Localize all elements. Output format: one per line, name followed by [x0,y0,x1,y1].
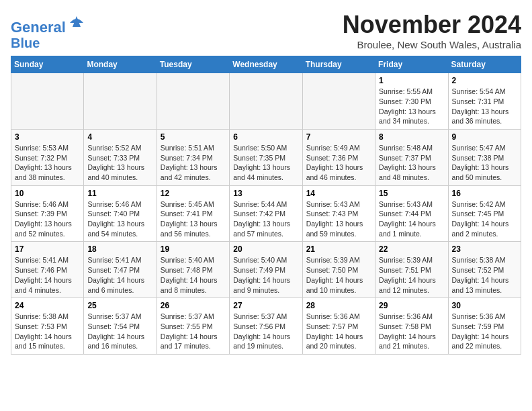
calendar-cell: 17Sunrise: 5:41 AM Sunset: 7:46 PM Dayli… [11,242,84,298]
day-number: 22 [379,244,444,254]
day-header-sunday: Sunday [11,56,84,73]
day-detail: Sunrise: 5:39 AM Sunset: 7:50 PM Dayligh… [306,255,371,295]
calendar-cell: 3Sunrise: 5:53 AM Sunset: 7:32 PM Daylig… [11,129,84,185]
day-number: 13 [233,189,298,198]
day-detail: Sunrise: 5:48 AM Sunset: 7:37 PM Dayligh… [379,143,444,183]
day-detail: Sunrise: 5:49 AM Sunset: 7:36 PM Dayligh… [306,143,371,183]
day-header-tuesday: Tuesday [157,56,229,73]
page-header: General Blue November 2024 Broulee, New … [11,11,521,50]
calendar-cell: 2Sunrise: 5:54 AM Sunset: 7:31 PM Daylig… [448,73,521,130]
day-detail: Sunrise: 5:50 AM Sunset: 7:35 PM Dayligh… [233,143,298,183]
logo-blue-text: Blue [11,36,86,50]
day-detail: Sunrise: 5:47 AM Sunset: 7:38 PM Dayligh… [452,143,517,183]
day-detail: Sunrise: 5:54 AM Sunset: 7:31 PM Dayligh… [452,87,517,126]
day-detail: Sunrise: 5:37 AM Sunset: 7:56 PM Dayligh… [233,312,298,351]
day-detail: Sunrise: 5:36 AM Sunset: 7:57 PM Dayligh… [306,312,371,351]
logo-text: General [11,13,86,36]
day-detail: Sunrise: 5:53 AM Sunset: 7:32 PM Dayligh… [15,143,80,183]
calendar-cell: 10Sunrise: 5:46 AM Sunset: 7:39 PM Dayli… [11,185,84,242]
day-detail: Sunrise: 5:42 AM Sunset: 7:45 PM Dayligh… [452,199,517,239]
calendar-week-1: 1Sunrise: 5:55 AM Sunset: 7:30 PM Daylig… [11,73,521,130]
day-detail: Sunrise: 5:40 AM Sunset: 7:49 PM Dayligh… [233,255,298,295]
calendar-cell: 6Sunrise: 5:50 AM Sunset: 7:35 PM Daylig… [230,129,302,185]
day-detail: Sunrise: 5:38 AM Sunset: 7:53 PM Dayligh… [15,312,80,351]
day-detail: Sunrise: 5:55 AM Sunset: 7:30 PM Dayligh… [379,87,444,126]
day-number: 18 [87,244,152,254]
calendar-cell: 12Sunrise: 5:45 AM Sunset: 7:41 PM Dayli… [157,185,229,242]
day-number: 4 [87,132,152,142]
day-detail: Sunrise: 5:37 AM Sunset: 7:55 PM Dayligh… [161,312,226,351]
location-text: Broulee, New South Wales, Australia [343,39,521,50]
day-number: 1 [379,76,444,85]
day-header-friday: Friday [375,56,448,73]
day-number: 26 [161,301,226,310]
calendar-cell: 8Sunrise: 5:48 AM Sunset: 7:37 PM Daylig… [375,129,448,185]
calendar-cell: 26Sunrise: 5:37 AM Sunset: 7:55 PM Dayli… [157,298,229,355]
calendar-cell [11,73,84,130]
day-number: 12 [161,189,226,198]
day-detail: Sunrise: 5:41 AM Sunset: 7:47 PM Dayligh… [87,255,152,295]
day-detail: Sunrise: 5:44 AM Sunset: 7:42 PM Dayligh… [233,199,298,239]
day-number: 27 [233,301,298,310]
calendar-cell [157,73,229,130]
calendar-cell [230,73,302,130]
calendar-cell: 30Sunrise: 5:36 AM Sunset: 7:59 PM Dayli… [448,298,521,355]
calendar-cell: 18Sunrise: 5:41 AM Sunset: 7:47 PM Dayli… [84,242,157,298]
day-detail: Sunrise: 5:38 AM Sunset: 7:52 PM Dayligh… [452,255,517,295]
calendar-cell: 19Sunrise: 5:40 AM Sunset: 7:48 PM Dayli… [157,242,229,298]
day-detail: Sunrise: 5:46 AM Sunset: 7:40 PM Dayligh… [87,199,152,239]
logo-icon [67,13,86,32]
day-number: 7 [306,132,371,142]
day-detail: Sunrise: 5:41 AM Sunset: 7:46 PM Dayligh… [15,255,80,295]
calendar-cell: 4Sunrise: 5:52 AM Sunset: 7:33 PM Daylig… [84,129,157,185]
calendar-cell [84,73,157,130]
day-header-wednesday: Wednesday [230,56,302,73]
day-number: 29 [379,301,444,310]
calendar-cell: 29Sunrise: 5:36 AM Sunset: 7:58 PM Dayli… [375,298,448,355]
day-number: 11 [87,189,152,198]
day-detail: Sunrise: 5:46 AM Sunset: 7:39 PM Dayligh… [15,199,80,239]
calendar-cell [302,73,375,130]
day-header-monday: Monday [84,56,157,73]
day-detail: Sunrise: 5:40 AM Sunset: 7:48 PM Dayligh… [161,255,226,295]
day-number: 19 [161,244,226,254]
day-number: 5 [161,132,226,142]
calendar-cell: 9Sunrise: 5:47 AM Sunset: 7:38 PM Daylig… [448,129,521,185]
calendar-cell: 21Sunrise: 5:39 AM Sunset: 7:50 PM Dayli… [302,242,375,298]
day-detail: Sunrise: 5:52 AM Sunset: 7:33 PM Dayligh… [87,143,152,183]
day-number: 21 [306,244,371,254]
day-number: 10 [15,189,80,198]
calendar-table: SundayMondayTuesdayWednesdayThursdayFrid… [11,56,521,355]
day-detail: Sunrise: 5:36 AM Sunset: 7:59 PM Dayligh… [452,312,517,351]
day-number: 14 [306,189,371,198]
day-number: 8 [379,132,444,142]
calendar-cell: 15Sunrise: 5:43 AM Sunset: 7:44 PM Dayli… [375,185,448,242]
calendar-week-5: 24Sunrise: 5:38 AM Sunset: 7:53 PM Dayli… [11,298,521,355]
day-detail: Sunrise: 5:43 AM Sunset: 7:44 PM Dayligh… [379,199,444,239]
day-detail: Sunrise: 5:45 AM Sunset: 7:41 PM Dayligh… [161,199,226,239]
day-number: 15 [379,189,444,198]
calendar-cell: 11Sunrise: 5:46 AM Sunset: 7:40 PM Dayli… [84,185,157,242]
calendar-cell: 25Sunrise: 5:37 AM Sunset: 7:54 PM Dayli… [84,298,157,355]
day-number: 17 [15,244,80,254]
day-detail: Sunrise: 5:51 AM Sunset: 7:34 PM Dayligh… [161,143,226,183]
day-number: 6 [233,132,298,142]
day-header-thursday: Thursday [302,56,375,73]
calendar-cell: 13Sunrise: 5:44 AM Sunset: 7:42 PM Dayli… [230,185,302,242]
calendar-cell: 7Sunrise: 5:49 AM Sunset: 7:36 PM Daylig… [302,129,375,185]
calendar-cell: 22Sunrise: 5:39 AM Sunset: 7:51 PM Dayli… [375,242,448,298]
day-number: 16 [452,189,517,198]
calendar-cell: 14Sunrise: 5:43 AM Sunset: 7:43 PM Dayli… [302,185,375,242]
day-number: 25 [87,301,152,310]
calendar-week-4: 17Sunrise: 5:41 AM Sunset: 7:46 PM Dayli… [11,242,521,298]
day-number: 2 [452,76,517,85]
day-detail: Sunrise: 5:37 AM Sunset: 7:54 PM Dayligh… [87,312,152,351]
day-number: 28 [306,301,371,310]
calendar-week-3: 10Sunrise: 5:46 AM Sunset: 7:39 PM Dayli… [11,185,521,242]
calendar-cell: 28Sunrise: 5:36 AM Sunset: 7:57 PM Dayli… [302,298,375,355]
day-number: 20 [233,244,298,254]
day-number: 3 [15,132,80,142]
logo: General Blue [11,13,86,50]
calendar-cell: 23Sunrise: 5:38 AM Sunset: 7:52 PM Dayli… [448,242,521,298]
day-detail: Sunrise: 5:39 AM Sunset: 7:51 PM Dayligh… [379,255,444,295]
